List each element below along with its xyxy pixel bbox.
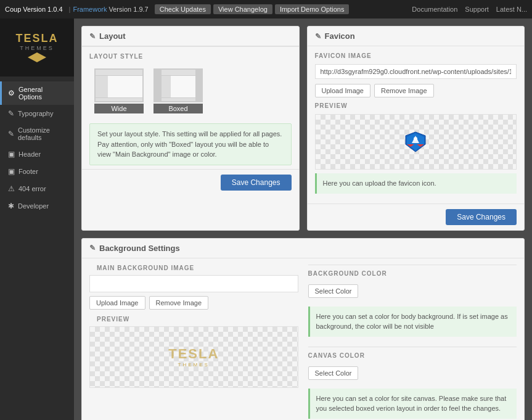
sidebar-item-label: General Options bbox=[18, 86, 68, 101]
sidebar-item-label: Customize defaults bbox=[18, 126, 68, 141]
layout-wide-preview bbox=[94, 68, 144, 102]
favicon-section-label: FAVICON IMAGE bbox=[315, 52, 517, 62]
lp-sidebar bbox=[96, 76, 108, 97]
sidebar-item-header[interactable]: ▣ Header bbox=[0, 146, 74, 163]
sidebar-item-customize-defaults[interactable]: ✎ Customize defaults bbox=[0, 122, 74, 146]
layout-boxed-preview bbox=[153, 68, 203, 102]
bg-preview-logo-sub: THEMES bbox=[168, 362, 219, 368]
bg-image-buttons: Upload Image Remove Image bbox=[89, 296, 298, 310]
sidebar-item-general-options[interactable]: ⚙ General Options bbox=[0, 81, 74, 105]
bg-color-info: Here you can set a color for body backgr… bbox=[308, 307, 517, 337]
logo-diamond-icon bbox=[28, 52, 46, 62]
sidebar-logo: TESLA THEMES bbox=[0, 19, 74, 76]
layout-panel-title: Layout bbox=[99, 31, 126, 41]
topbar-brand: Coup Version 1.0.4 bbox=[5, 6, 63, 13]
svg-point-3 bbox=[414, 137, 417, 141]
bg-image-label: MAIN BACKGROUND IMAGE bbox=[89, 265, 298, 275]
documentation-link[interactable]: Documentation bbox=[412, 6, 457, 13]
sidebar-item-typography[interactable]: ✎ Typography bbox=[0, 105, 74, 122]
layout-section-label: LAYOUT STYLE bbox=[82, 46, 299, 64]
topbar: Coup Version 1.0.4 | Framework Version 1… bbox=[0, 0, 532, 19]
bg-right: BACKGROUND COLOR Select Color Here you c… bbox=[308, 265, 517, 421]
favicon-panel: ✎ Favicon FAVICON IMAGE Upload Image Rem… bbox=[307, 26, 525, 231]
bg-preview-logo-text: TESLA bbox=[168, 346, 219, 362]
latest-link[interactable]: Latest N... bbox=[496, 6, 527, 13]
favicon-preview-label: PREVIEW bbox=[315, 102, 517, 112]
edit-favicon-icon: ✎ bbox=[315, 32, 321, 41]
typography-icon: ✎ bbox=[8, 109, 14, 118]
logo-box: TESLA THEMES bbox=[15, 26, 59, 69]
background-panel-header: ✎ Background Settings bbox=[82, 239, 524, 258]
top-row: ✎ Layout LAYOUT STYLE bbox=[81, 26, 525, 231]
background-content: MAIN BACKGROUND IMAGE Upload Image Remov… bbox=[82, 258, 524, 421]
lp-main-b bbox=[171, 76, 195, 97]
bg-preview-area: TESLA THEMES bbox=[89, 326, 298, 388]
lp-sidebar-b bbox=[162, 76, 171, 97]
layout-option-wide[interactable]: Wide bbox=[94, 68, 144, 113]
favicon-url-input[interactable] bbox=[315, 64, 517, 79]
favicon-buttons: Upload Image Remove Image bbox=[315, 84, 517, 97]
sidebar-item-404-error[interactable]: ⚠ 404 error bbox=[0, 180, 74, 197]
bg-left: MAIN BACKGROUND IMAGE Upload Image Remov… bbox=[89, 265, 298, 421]
logo-tesla-text: TESLA bbox=[15, 33, 58, 44]
sidebar: TESLA THEMES ⚙ General Options ✎ Typogra… bbox=[0, 19, 74, 420]
favicon-preview-icon bbox=[404, 131, 427, 153]
favicon-remove-button[interactable]: Remove Image bbox=[374, 84, 434, 97]
app-layout: TESLA THEMES ⚙ General Options ✎ Typogra… bbox=[0, 19, 532, 420]
canvas-color-select-button[interactable]: Select Color bbox=[308, 366, 359, 380]
support-link[interactable]: Support bbox=[465, 6, 489, 13]
favicon-panel-footer: Save Changes bbox=[308, 204, 525, 230]
sidebar-item-label: Header bbox=[18, 150, 41, 158]
main-content: ✎ Layout LAYOUT STYLE bbox=[74, 19, 532, 420]
layout-panel: ✎ Layout LAYOUT STYLE bbox=[81, 26, 300, 231]
topbar-sep: | bbox=[69, 6, 71, 13]
topbar-framework-version: Version 1.9.7 bbox=[109, 6, 149, 13]
layout-wide-label: Wide bbox=[94, 104, 144, 113]
layout-boxed-label: Boxed bbox=[153, 104, 203, 113]
topbar-right: Documentation Support Latest N... bbox=[412, 6, 527, 13]
layout-info-box: Set your layout style. This setting will… bbox=[89, 123, 292, 165]
favicon-upload-button[interactable]: Upload Image bbox=[315, 84, 371, 97]
bg-image-input[interactable] bbox=[89, 275, 298, 292]
bg-color-label: BACKGROUND COLOR bbox=[308, 265, 517, 281]
background-panel: ✎ Background Settings MAIN BACKGROUND IM… bbox=[81, 238, 525, 421]
lp-body bbox=[96, 76, 142, 97]
import-demo-button[interactable]: Import Demo Options bbox=[275, 4, 350, 14]
favicon-panel-header: ✎ Favicon bbox=[308, 27, 525, 46]
sidebar-item-label: 404 error bbox=[18, 185, 46, 192]
sidebar-nav: ⚙ General Options ✎ Typography ✎ Customi… bbox=[0, 81, 74, 215]
customize-icon: ✎ bbox=[8, 130, 14, 138]
topbar-framework-label: Framework bbox=[73, 6, 107, 13]
gear-icon: ⚙ bbox=[8, 89, 15, 97]
sidebar-item-label: Footer bbox=[18, 168, 38, 175]
bg-color-select-button[interactable]: Select Color bbox=[308, 284, 359, 298]
lp-header-b bbox=[162, 70, 195, 76]
canvas-color-label: CANVAS COLOR bbox=[308, 347, 517, 363]
check-updates-button[interactable]: Check Updates bbox=[155, 4, 211, 14]
lp-header bbox=[96, 70, 142, 76]
favicon-save-button[interactable]: Save Changes bbox=[446, 209, 517, 225]
favicon-preview-area bbox=[315, 114, 517, 170]
logo-themes-text: THEMES bbox=[20, 45, 54, 51]
layout-options: Wide bbox=[82, 64, 299, 120]
sidebar-item-footer[interactable]: ▣ Footer bbox=[0, 163, 74, 180]
favicon-content: FAVICON IMAGE Upload Image Remove Image … bbox=[308, 46, 525, 204]
bg-remove-button[interactable]: Remove Image bbox=[149, 296, 209, 310]
layout-option-boxed[interactable]: Boxed bbox=[153, 68, 203, 113]
edit-icon: ✎ bbox=[89, 32, 96, 41]
favicon-panel-title: Favicon bbox=[325, 31, 355, 41]
canvas-color-info: Here you can set a color for site canvas… bbox=[308, 389, 517, 419]
lp-main bbox=[108, 76, 142, 97]
edit-bg-icon: ✎ bbox=[89, 244, 96, 252]
layout-panel-footer: Save Changes bbox=[82, 169, 299, 196]
header-icon: ▣ bbox=[8, 150, 15, 159]
bg-upload-button[interactable]: Upload Image bbox=[89, 296, 145, 310]
lp-body-b bbox=[162, 76, 195, 97]
view-changelog-button[interactable]: View Changelog bbox=[213, 4, 272, 14]
layout-save-button[interactable]: Save Changes bbox=[221, 175, 292, 191]
sidebar-item-label: Typography bbox=[18, 110, 53, 117]
lp-footer bbox=[96, 97, 142, 102]
sidebar-item-developer[interactable]: ✱ Developer bbox=[0, 197, 74, 215]
bg-preview-label: PREVIEW bbox=[89, 316, 298, 326]
error-icon: ⚠ bbox=[8, 184, 15, 193]
